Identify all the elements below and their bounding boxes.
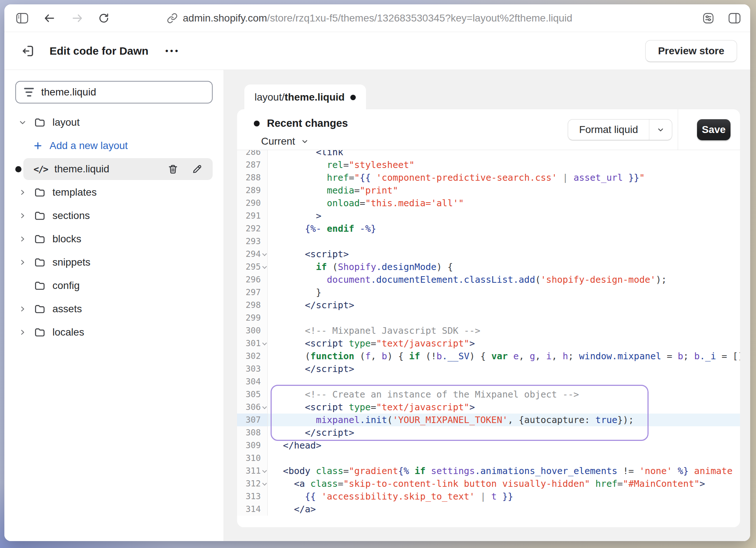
code-line-296[interactable]: 296 document.documentElement.classList.a… <box>237 273 740 286</box>
fold-caret-icon[interactable] <box>262 264 267 269</box>
code-line-299[interactable]: 299 <box>237 312 740 324</box>
code-line-306[interactable]: 306 <script type="text/javascript"> <box>237 401 740 414</box>
version-dropdown[interactable]: Current <box>261 136 309 147</box>
code-line-303[interactable]: 303 </script> <box>237 363 740 375</box>
sidebar-item-templates[interactable]: templates <box>4 181 224 204</box>
exit-code-editor-button[interactable] <box>21 44 34 58</box>
code-line-309[interactable]: 309 </head> <box>237 439 740 452</box>
format-liquid-button[interactable]: Format liquid <box>568 119 672 140</box>
code-text[interactable]: media="print" <box>268 184 740 197</box>
sidebar-item-sections[interactable]: sections <box>4 204 224 227</box>
code-text[interactable]: <!-- Create an instance of the Mixpanel … <box>268 388 740 401</box>
code-line-304[interactable]: 304 <box>237 375 740 388</box>
split-view-button[interactable] <box>726 10 743 27</box>
chevron-right-icon[interactable] <box>16 235 29 243</box>
delete-file-button[interactable] <box>168 164 178 175</box>
tab-layout-theme-liquid[interactable]: layout/theme.liquid <box>244 85 366 110</box>
code-text[interactable]: <script> <box>268 248 740 261</box>
code-text[interactable]: </script> <box>268 363 740 375</box>
rename-file-button[interactable] <box>192 164 202 175</box>
code-text[interactable]: <!-- Mixpanel Javascript SDK --> <box>268 324 740 337</box>
code-text[interactable]: {{ 'accessibility.skip_to_text' | t }} <box>268 490 740 503</box>
code-text[interactable]: </script> <box>268 299 740 312</box>
code-line-291[interactable]: 291 > <box>237 210 740 222</box>
sidebar-item-layout[interactable]: layout <box>4 111 224 134</box>
code-line-289[interactable]: 289 media="print" <box>237 184 740 197</box>
code-line-290[interactable]: 290 onload="this.media='all'" <box>237 197 740 210</box>
fold-caret-icon[interactable] <box>262 251 267 256</box>
code-text[interactable]: <script type="text/javascript"> <box>268 401 740 414</box>
sidebar-item-locales[interactable]: locales <box>4 321 224 344</box>
fold-caret-icon[interactable] <box>262 404 267 409</box>
selected-file-pill[interactable]: </> theme.liquid <box>23 158 213 180</box>
forward-button[interactable] <box>69 10 86 27</box>
back-button[interactable] <box>41 10 58 27</box>
code-text[interactable]: document.documentElement.classList.add('… <box>268 273 740 286</box>
code-line-301[interactable]: 301 <script type="text/javascript"> <box>237 337 740 350</box>
code-line-300[interactable]: 300 <!-- Mixpanel Javascript SDK --> <box>237 324 740 337</box>
code-line-294[interactable]: 294 <script> <box>237 248 740 261</box>
fold-caret-icon[interactable] <box>262 341 267 345</box>
code-text[interactable]: {%- endif -%} <box>268 222 740 235</box>
chevron-right-icon[interactable] <box>16 258 29 266</box>
code-line-311[interactable]: 311 <body class="gradient{% if settings.… <box>237 465 740 477</box>
code-line-308[interactable]: 308 </script> <box>237 426 740 439</box>
code-line-314[interactable]: 314 </a> <box>237 503 740 516</box>
code-text[interactable] <box>268 235 740 248</box>
chevron-right-icon[interactable] <box>16 188 29 196</box>
code-editor[interactable]: 286 <link287 rel="stylesheet"288 href="{… <box>237 150 740 527</box>
code-text[interactable]: onload="this.media='all'" <box>268 197 740 210</box>
code-line-298[interactable]: 298 </script> <box>237 299 740 312</box>
code-line-310[interactable]: 310 <box>237 452 740 465</box>
reload-button[interactable] <box>95 10 112 27</box>
sidebar-item-blocks[interactable]: blocks <box>4 227 224 251</box>
code-text[interactable] <box>268 312 740 324</box>
code-text[interactable]: href="{{ 'component-predictive-search.cs… <box>268 171 740 184</box>
code-text[interactable]: </a> <box>268 503 740 516</box>
code-text[interactable]: } <box>268 286 740 299</box>
fold-caret-icon[interactable] <box>262 481 267 486</box>
code-text[interactable]: rel="stylesheet" <box>268 158 740 171</box>
sidebar-item-config[interactable]: config <box>4 274 224 297</box>
add-new-layout-button[interactable]: Add a new layout <box>4 134 224 157</box>
code-text[interactable]: (function (f, b) { if (!b.__SV) { var e,… <box>268 350 740 363</box>
preview-store-button[interactable]: Preview store <box>645 40 737 62</box>
code-text[interactable]: if (Shopify.designMode) { <box>268 261 740 273</box>
more-actions-button[interactable]: ••• <box>165 46 180 56</box>
fold-caret-icon[interactable] <box>262 468 267 473</box>
code-line-286[interactable]: 286 <link <box>237 150 740 158</box>
code-line-288[interactable]: 288 href="{{ 'component-predictive-searc… <box>237 171 740 184</box>
format-options-button[interactable] <box>649 120 672 140</box>
code-line-295[interactable]: 295 if (Shopify.designMode) { <box>237 261 740 273</box>
page-settings-button[interactable] <box>700 10 717 27</box>
chevron-right-icon[interactable] <box>16 212 29 220</box>
code-line-302[interactable]: 302 (function (f, b) { if (!b.__SV) { va… <box>237 350 740 363</box>
code-line-293[interactable]: 293 <box>237 235 740 248</box>
code-line-307[interactable]: 307 mixpanel.init('YOUR_MIXPANEL_TOKEN',… <box>237 414 740 426</box>
code-text[interactable] <box>268 452 740 465</box>
code-text[interactable] <box>268 375 740 388</box>
code-line-305[interactable]: 305 <!-- Create an instance of the Mixpa… <box>237 388 740 401</box>
code-text[interactable]: </script> <box>268 426 740 439</box>
code-line-297[interactable]: 297 } <box>237 286 740 299</box>
sidebar-item-assets[interactable]: assets <box>4 297 224 321</box>
chevron-right-icon[interactable] <box>16 305 29 313</box>
chevron-right-icon[interactable] <box>16 328 29 336</box>
code-line-312[interactable]: 312 <a class="skip-to-content-link butto… <box>237 477 740 490</box>
address-bar[interactable]: admin.shopify.com/store/rzq1xu-f5/themes… <box>167 4 572 32</box>
sidebar-item-snippets[interactable]: snippets <box>4 251 224 274</box>
sidebar-toggle-button[interactable] <box>14 10 31 27</box>
code-text[interactable]: <script type="text/javascript"> <box>268 337 740 350</box>
code-text[interactable]: <body class="gradient{% if settings.anim… <box>268 465 740 477</box>
code-text[interactable]: <a class="skip-to-content-link button vi… <box>268 477 740 490</box>
code-line-287[interactable]: 287 rel="stylesheet" <box>237 158 740 171</box>
chevron-down-icon[interactable] <box>16 118 29 127</box>
save-button[interactable]: Save <box>697 119 731 140</box>
sidebar-item-theme-liquid[interactable]: </> theme.liquid <box>4 157 224 181</box>
code-line-313[interactable]: 313 {{ 'accessibility.skip_to_text' | t … <box>237 490 740 503</box>
code-text[interactable]: mixpanel.init('YOUR_MIXPANEL_TOKEN', {au… <box>268 414 740 426</box>
code-text[interactable]: <link <box>268 150 740 158</box>
code-line-292[interactable]: 292 {%- endif -%} <box>237 222 740 235</box>
file-search-input[interactable]: theme.liquid <box>15 81 213 103</box>
code-text[interactable]: </head> <box>268 439 740 452</box>
